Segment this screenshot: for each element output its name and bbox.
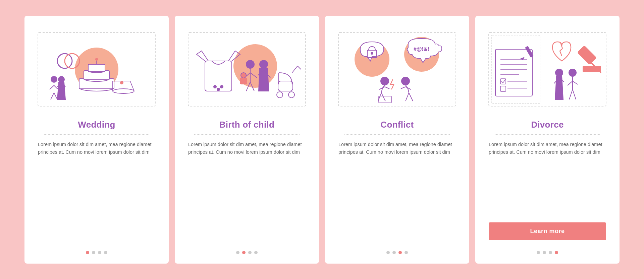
svg-line-83 [568,81,573,85]
svg-line-49 [292,66,298,73]
svg-point-23 [58,76,64,82]
dot-3 [398,251,402,254]
svg-rect-46 [278,81,293,91]
dot-2 [92,251,95,254]
divorce-title: Divorce [531,120,564,130]
svg-rect-63 [495,49,532,96]
dot-3 [549,251,552,254]
svg-line-85 [569,89,573,99]
dot-4 [104,251,107,254]
birth-card: Birth of child Lorem ipsum dolor sit dim… [175,16,319,264]
conflict-dots [386,246,408,254]
birth-illustration [185,26,309,113]
wedding-illustration [35,26,159,113]
divorce-body: Lorem ipsum dolor sit dim amet, mea regi… [485,141,609,216]
dot-1 [86,251,89,254]
svg-rect-87 [578,46,596,64]
divorce-illustration [485,26,609,113]
svg-marker-41 [259,68,269,91]
wedding-card: Wedding Lorem ipsum dolor sit dim amet, … [24,16,169,264]
svg-rect-51 [338,32,456,106]
svg-line-84 [573,81,578,84]
divorce-dots [537,246,558,254]
svg-line-50 [298,66,301,69]
birth-body: Lorem ipsum dolor sit dim amet, mea regi… [185,141,309,246]
svg-line-76 [560,51,562,56]
conflict-divider [344,134,450,135]
svg-point-58 [381,77,389,85]
svg-line-19 [50,85,54,89]
dot-1 [236,251,239,254]
svg-point-44 [241,73,246,78]
svg-point-59 [401,77,410,85]
wedding-dots [86,246,107,254]
svg-text:#@!&!: #@!&! [414,46,429,52]
svg-rect-89 [583,66,601,72]
svg-rect-60 [379,96,391,103]
svg-point-10 [113,89,134,93]
svg-point-14 [120,81,123,84]
conflict-card: #@!&! [325,16,469,264]
dot-2 [242,251,246,254]
dot-1 [386,251,390,254]
svg-point-31 [214,85,216,88]
learn-more-button[interactable]: Learn more [489,222,606,240]
svg-point-32 [217,88,220,91]
dot-4 [405,251,408,254]
svg-rect-45 [240,78,247,84]
svg-line-21 [51,93,54,99]
conflict-body: Lorem ipsum dolor sit dim amet, mea regi… [335,141,459,246]
svg-point-81 [569,69,576,76]
conflict-illustration: #@!&! [335,26,459,113]
dot-2 [543,251,546,254]
divorce-divider [495,134,600,135]
wedding-title: Wedding [78,120,115,130]
dot-4 [254,251,258,254]
svg-line-22 [54,93,57,99]
wedding-body: Lorem ipsum dolor sit dim amet, mea regi… [35,141,159,246]
divorce-card: Divorce Lorem ipsum dolor sit dim amet, … [475,16,620,264]
svg-line-20 [54,85,57,89]
cards-container: Wedding Lorem ipsum dolor sit dim amet, … [24,16,620,264]
svg-point-40 [260,60,268,68]
dot-1 [537,251,540,254]
dot-3 [248,251,252,254]
svg-rect-7 [88,64,105,72]
svg-line-75 [560,49,562,51]
birth-title: Birth of child [219,120,275,130]
dot-4 [555,251,558,254]
dot-2 [392,251,396,254]
dot-3 [98,251,101,254]
svg-point-34 [246,60,254,68]
svg-point-47 [277,92,283,98]
wedding-divider [44,134,150,135]
conflict-title: Conflict [380,120,414,130]
svg-point-9 [95,58,98,61]
svg-point-17 [51,76,57,82]
svg-point-33 [220,85,223,88]
svg-point-77 [555,69,563,76]
birth-dots [236,246,258,254]
birth-divider [194,134,300,135]
svg-rect-30 [205,61,232,91]
svg-line-86 [573,89,576,99]
svg-point-48 [288,92,294,98]
